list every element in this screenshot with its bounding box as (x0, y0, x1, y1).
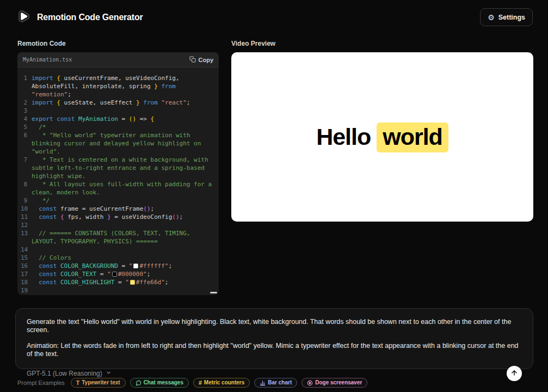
line-number: 7 (21, 156, 32, 180)
code-text (32, 286, 217, 295)
remotion-logo-icon (15, 8, 32, 27)
line-number: 4 (21, 115, 32, 123)
prompt-examples-label: Prompt Examples (17, 379, 65, 386)
line-number: 8 (21, 180, 32, 197)
page-title: Remotion Code Generator (37, 13, 143, 22)
prompt-paragraph-2: Animation: Let the words fade in from le… (27, 342, 522, 358)
code-line: 9 */ (21, 197, 217, 205)
disc-icon (307, 380, 313, 386)
line-number: 6 (21, 131, 32, 156)
line-number: 3 (21, 107, 32, 115)
line-number: 15 (21, 254, 32, 262)
code-section-label: Remotion Code (17, 40, 219, 47)
example-pill-metric-counters[interactable]: #Metric counters (193, 378, 250, 388)
code-line: 1import { useCurrentFrame, useVideoConfi… (21, 74, 217, 99)
model-label: GPT-5.1 (Low Reasoning) (27, 370, 102, 377)
code-text: // Text content (32, 295, 217, 295)
code-line: 5 /* (21, 123, 217, 131)
video-text-plain: Hello (316, 124, 377, 150)
code-text: const COLOR_HIGHLIGHT = "#ffe66d"; (32, 278, 217, 286)
line-number: 19 (21, 286, 32, 295)
code-line: 17 const COLOR_TEXT = "#000000"; (21, 270, 217, 278)
line-number: 13 (21, 229, 32, 246)
main-area: Remotion Code MyAnimation.tsx Copy 1impo… (0, 34, 548, 295)
line-number: 17 (21, 270, 32, 278)
example-pill-typewriter-text[interactable]: TTypewriter text (71, 378, 126, 388)
line-number: 12 (21, 221, 32, 229)
line-number: 16 (21, 262, 32, 270)
code-line: 10 const frame = useCurrentFrame(); (21, 205, 217, 213)
line-number: 5 (21, 123, 32, 131)
video-text: Hello world (316, 124, 448, 150)
bar-chart-icon (260, 380, 266, 386)
code-text: const { fps, width } = useVideoConfig(); (32, 213, 217, 221)
line-number: 1 (21, 74, 32, 99)
code-line: 18 const COLOR_HIGHLIGHT = "#ffe66d"; (21, 278, 217, 286)
line-number: 18 (21, 278, 32, 286)
code-text (32, 107, 217, 115)
code-line: 2import { useState, useEffect } from "re… (21, 99, 217, 107)
pill-label: Chat messages (144, 380, 183, 385)
code-line: 13 // ====== CONSTANTS (COLORS, TEXT, TI… (21, 229, 217, 246)
code-line: 8 * All layout uses full-width with padd… (21, 180, 217, 197)
model-selector[interactable]: GPT-5.1 (Low Reasoning) (27, 370, 112, 377)
code-panel-header: MyAnimation.tsx Copy (17, 52, 219, 68)
copy-button[interactable]: Copy (189, 56, 214, 64)
line-number: 20 (21, 295, 32, 295)
line-number: 9 (21, 197, 32, 205)
line-number: 10 (21, 205, 32, 213)
preview-section-label: Video Preview (231, 40, 533, 47)
gear-icon: ⚙ (488, 14, 495, 21)
submit-button[interactable] (507, 366, 522, 381)
pill-label: Metric counters (204, 380, 244, 385)
code-text: const frame = useCurrentFrame(); (32, 205, 217, 213)
settings-button[interactable]: ⚙ Settings (480, 8, 533, 26)
code-line: 4export const MyAnimation = () => { (21, 115, 217, 123)
code-text: // Colors (32, 254, 217, 262)
code-panel: MyAnimation.tsx Copy 1import { useCurren… (17, 52, 219, 295)
code-line: 15 // Colors (21, 254, 217, 262)
code-text: const COLOR_BACKGROUND = "#ffffff"; (32, 262, 217, 270)
code-text: // ====== CONSTANTS (COLORS, TEXT, TIMIN… (32, 229, 217, 246)
example-pill-doge-screensaver[interactable]: Doge screensaver (301, 378, 367, 388)
color-swatch (133, 264, 138, 268)
code-line: 16 const COLOR_BACKGROUND = "#ffffff"; (21, 262, 217, 270)
code-text: * Text is centered on a white background… (32, 156, 217, 180)
example-pill-chat-messages[interactable]: Chat messages (130, 378, 189, 388)
prompt-input-card[interactable]: Generate the text "Hello world" with wor… (15, 308, 533, 369)
code-text (32, 221, 217, 229)
color-swatch (112, 272, 117, 277)
code-text: import { useState, useEffect } from "rea… (32, 99, 217, 107)
code-text: const COLOR_TEXT = "#000000"; (32, 270, 217, 278)
line-number: 14 (21, 246, 32, 254)
code-line: 3 (21, 107, 217, 115)
prompt-paragraph-1: Generate the text "Hello world" with wor… (27, 318, 522, 334)
horizontal-scrollbar-thumb[interactable] (210, 292, 217, 293)
chat-bubble-icon (136, 380, 141, 386)
example-pill-bar-chart[interactable]: Bar chart (254, 378, 297, 388)
code-line: 7 * Text is centered on a white backgrou… (21, 156, 217, 180)
copy-icon (189, 56, 196, 64)
code-editor[interactable]: 1import { useCurrentFrame, useVideoConfi… (17, 68, 219, 295)
code-line: 6 * "Hello world" typewriter animation w… (21, 131, 217, 156)
code-text: * "Hello world" typewriter animation wit… (32, 131, 217, 156)
code-text: * All layout uses full-width with paddin… (32, 180, 217, 197)
code-text: export const MyAnimation = () => { (32, 115, 217, 123)
pill-label: Bar chart (268, 380, 292, 385)
chevron-down-icon (106, 370, 112, 377)
code-line: 20 // Text content (21, 295, 217, 295)
video-preview: Hello world (231, 52, 533, 222)
line-number: 2 (21, 99, 32, 107)
code-line: 12 (21, 221, 217, 229)
copy-label: Copy (199, 57, 214, 63)
settings-label: Settings (498, 14, 525, 21)
app-header: Remotion Code Generator ⚙ Settings (0, 0, 548, 34)
code-text: /* (32, 123, 217, 131)
code-text (32, 246, 217, 254)
code-text: */ (32, 197, 217, 205)
hash-icon: # (199, 380, 202, 386)
code-text: import { useCurrentFrame, useVideoConfig… (32, 74, 217, 99)
filename-label: MyAnimation.tsx (23, 57, 72, 63)
color-swatch (130, 280, 135, 285)
line-number: 11 (21, 213, 32, 221)
